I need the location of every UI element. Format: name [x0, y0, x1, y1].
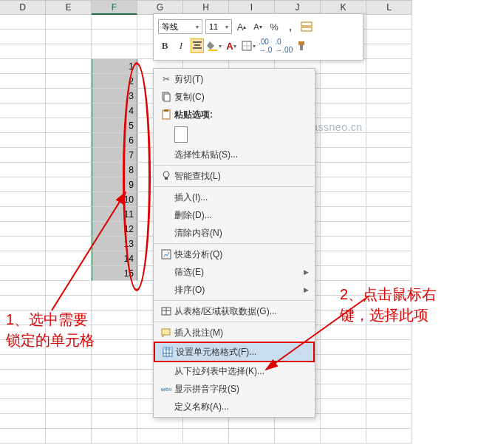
menu-paste-special[interactable]: 选择性粘贴(S)... — [154, 146, 315, 163]
cell[interactable] — [321, 237, 366, 251]
cell[interactable] — [366, 148, 412, 163]
cell[interactable] — [0, 222, 46, 237]
cell[interactable] — [366, 133, 412, 148]
cell[interactable] — [46, 414, 92, 429]
cell[interactable] — [46, 281, 92, 296]
cell[interactable] — [321, 266, 366, 281]
cell[interactable] — [366, 237, 412, 251]
cell[interactable] — [0, 207, 46, 222]
cell[interactable] — [321, 89, 366, 103]
cell[interactable] — [0, 414, 46, 429]
menu-insert[interactable]: 插入(I)... — [154, 189, 315, 206]
font-size-select[interactable]: 11▾ — [205, 19, 232, 34]
cell[interactable] — [0, 59, 46, 74]
cell[interactable] — [92, 384, 137, 399]
cell[interactable] — [46, 237, 92, 251]
cell[interactable] — [46, 251, 92, 266]
cell[interactable] — [321, 133, 366, 148]
cell[interactable] — [46, 384, 92, 399]
menu-delete[interactable]: 删除(D)... — [154, 206, 315, 224]
cell[interactable] — [46, 118, 92, 133]
cell[interactable] — [366, 118, 412, 133]
increase-font-icon[interactable]: A▴ — [235, 19, 248, 34]
cell[interactable] — [366, 222, 412, 237]
cell[interactable] — [366, 15, 412, 30]
cell[interactable] — [0, 133, 46, 148]
cell[interactable] — [321, 207, 366, 222]
cell[interactable] — [46, 207, 92, 222]
menu-pick-from-dropdown[interactable]: 从下拉列表中选择(K)... — [154, 362, 315, 380]
cell[interactable] — [46, 222, 92, 237]
cell[interactable] — [366, 429, 412, 444]
cell[interactable] — [366, 251, 412, 266]
cell[interactable] — [92, 310, 137, 325]
cell[interactable] — [46, 429, 92, 444]
cell[interactable] — [366, 370, 412, 384]
bold-button[interactable]: B — [158, 38, 171, 53]
cell[interactable] — [46, 399, 92, 414]
cell[interactable] — [0, 370, 46, 384]
col-header-K[interactable]: K — [321, 0, 366, 15]
cell-styles-button[interactable] — [300, 19, 313, 34]
cell[interactable] — [366, 414, 412, 429]
cell[interactable] — [0, 296, 46, 310]
cell[interactable] — [366, 74, 412, 89]
cell[interactable] — [366, 59, 412, 74]
cell[interactable] — [46, 296, 92, 310]
cell[interactable] — [46, 103, 92, 118]
menu-insert-comment[interactable]: 插入批注(M) — [154, 324, 315, 342]
decrease-decimal-button[interactable]: .00→.0 — [259, 38, 272, 53]
cell[interactable] — [92, 325, 137, 340]
cell[interactable] — [46, 44, 92, 59]
cell[interactable] — [92, 355, 137, 370]
cell[interactable] — [321, 251, 366, 266]
cell[interactable] — [321, 384, 366, 399]
cell[interactable] — [46, 59, 92, 74]
cell[interactable] — [366, 207, 412, 222]
cell[interactable] — [46, 89, 92, 103]
paste-option-default[interactable] — [154, 123, 315, 146]
comma-style-button[interactable]: , — [284, 19, 297, 34]
cell[interactable] — [0, 163, 46, 177]
cell[interactable] — [321, 399, 366, 414]
cell[interactable] — [46, 355, 92, 370]
cell[interactable] — [321, 59, 366, 74]
cell[interactable] — [0, 237, 46, 251]
cell[interactable] — [321, 340, 366, 355]
col-header-G[interactable]: G — [137, 0, 183, 15]
cell[interactable] — [0, 148, 46, 163]
cell[interactable] — [0, 177, 46, 192]
cell[interactable] — [0, 266, 46, 281]
menu-cut[interactable]: ✂剪切(T) — [154, 70, 315, 88]
cell[interactable] — [321, 177, 366, 192]
cell[interactable] — [46, 370, 92, 384]
cell[interactable] — [321, 429, 366, 444]
cell[interactable] — [92, 399, 137, 414]
cell[interactable] — [321, 74, 366, 89]
cell[interactable] — [366, 340, 412, 355]
cell[interactable] — [0, 251, 46, 266]
borders-button[interactable]: ▾ — [241, 38, 256, 53]
cell[interactable] — [0, 103, 46, 118]
col-header-L[interactable]: L — [366, 0, 412, 15]
cell[interactable] — [0, 399, 46, 414]
increase-decimal-button[interactable]: .0→.00 — [275, 38, 293, 53]
col-header-J[interactable]: J — [275, 0, 321, 15]
cell[interactable] — [275, 429, 321, 444]
cell[interactable] — [366, 103, 412, 118]
menu-copy[interactable]: 复制(C) — [154, 88, 315, 106]
cell[interactable] — [46, 177, 92, 192]
menu-get-data-from-table[interactable]: 从表格/区域获取数据(G)... — [154, 302, 315, 320]
col-header-D[interactable]: D — [0, 0, 46, 15]
cell[interactable] — [0, 15, 46, 30]
cell[interactable] — [0, 30, 46, 44]
cell[interactable] — [92, 370, 137, 384]
cell[interactable] — [46, 15, 92, 30]
cell[interactable] — [0, 89, 46, 103]
cell[interactable] — [366, 192, 412, 207]
cell[interactable] — [366, 30, 412, 44]
cell[interactable] — [0, 44, 46, 59]
decrease-font-icon[interactable]: A▾ — [251, 19, 264, 34]
menu-clear-contents[interactable]: 清除内容(N) — [154, 224, 315, 242]
cell[interactable] — [366, 355, 412, 370]
